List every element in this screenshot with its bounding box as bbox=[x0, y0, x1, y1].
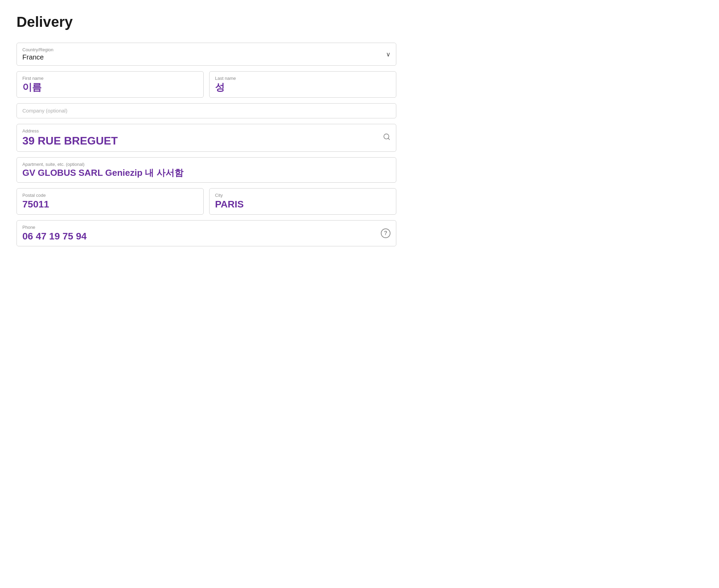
first-name-label: First name bbox=[22, 76, 198, 81]
postal-city-row: Postal code 75011 City PARIS bbox=[17, 188, 396, 215]
last-name-label: Last name bbox=[215, 76, 390, 81]
city-value: PARIS bbox=[215, 199, 390, 210]
apartment-label: Apartment, suite, etc. (optional) bbox=[22, 162, 390, 167]
company-placeholder: Company (optional) bbox=[22, 108, 390, 114]
chevron-down-icon: ∨ bbox=[386, 51, 390, 58]
address-value: 39 RUE BREGUET bbox=[22, 134, 390, 147]
city-field[interactable]: City PARIS bbox=[209, 188, 396, 215]
address-field[interactable]: Address 39 RUE BREGUET bbox=[17, 124, 396, 152]
postal-code-value: 75011 bbox=[22, 199, 198, 210]
page-title: Delivery bbox=[17, 14, 396, 30]
postal-code-field[interactable]: Postal code 75011 bbox=[17, 188, 204, 215]
postal-code-label: Postal code bbox=[22, 193, 198, 198]
first-name-value: 이름 bbox=[22, 82, 198, 93]
country-region-field[interactable]: Country/Region France ∨ bbox=[17, 43, 396, 66]
country-region-value: France bbox=[22, 53, 390, 61]
last-name-field[interactable]: Last name 성 bbox=[209, 71, 396, 98]
country-region-label: Country/Region bbox=[22, 47, 390, 52]
name-row: First name 이름 Last name 성 bbox=[17, 71, 396, 98]
phone-field[interactable]: Phone 06 47 19 75 94 ? bbox=[17, 220, 396, 247]
apartment-value: GV GLOBUS SARL Geniezip 내 사서함 bbox=[22, 168, 390, 178]
phone-help-icon[interactable]: ? bbox=[381, 228, 390, 238]
city-label: City bbox=[215, 193, 390, 198]
company-field[interactable]: Company (optional) bbox=[17, 103, 396, 118]
apartment-field[interactable]: Apartment, suite, etc. (optional) GV GLO… bbox=[17, 157, 396, 183]
delivery-form: Country/Region France ∨ First name 이름 La… bbox=[17, 43, 396, 246]
address-label: Address bbox=[22, 128, 390, 133]
svg-line-1 bbox=[388, 138, 389, 140]
last-name-value: 성 bbox=[215, 82, 390, 93]
search-icon bbox=[383, 133, 390, 142]
phone-label: Phone bbox=[22, 225, 390, 230]
phone-value: 06 47 19 75 94 bbox=[22, 231, 390, 242]
first-name-field[interactable]: First name 이름 bbox=[17, 71, 204, 98]
